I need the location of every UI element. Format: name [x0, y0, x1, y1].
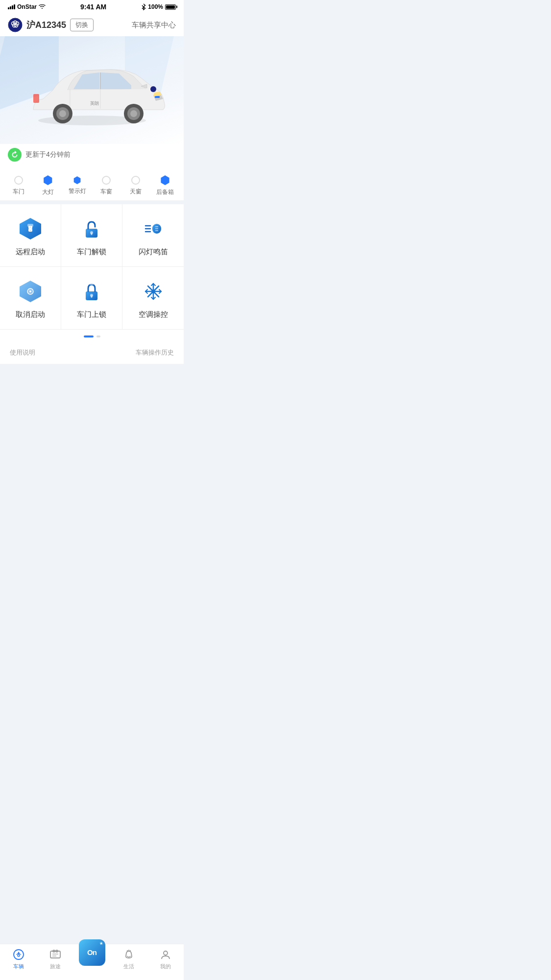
carrier-label: OnStar	[17, 3, 37, 10]
remote-start-label: 远程启动	[16, 247, 45, 257]
svg-rect-40	[91, 295, 93, 298]
update-text: 更新于4分钟前	[25, 150, 71, 159]
svg-point-37	[29, 290, 31, 292]
sunroof-indicator	[131, 176, 140, 185]
status-bar: OnStar 9:41 AM 100%	[0, 0, 184, 13]
svg-text:英朗: 英朗	[90, 101, 99, 106]
status-hazard[interactable]: 警示灯	[63, 176, 92, 195]
ac-control-cell[interactable]: 空调操控	[122, 267, 184, 329]
door-lock-icon	[79, 279, 104, 304]
cancel-start-cell[interactable]: 取消启动	[0, 267, 61, 329]
battery-icon	[165, 4, 176, 10]
svg-point-17	[130, 110, 137, 117]
svg-rect-10	[155, 96, 160, 98]
car-illustration: 英朗	[14, 41, 170, 129]
door-lock-label: 车门上锁	[77, 310, 106, 319]
door-label: 车门	[13, 188, 24, 196]
status-left: OnStar	[8, 3, 46, 10]
footer-links: 使用说明 车辆操作历史	[0, 341, 184, 364]
status-time: 9:41 AM	[80, 3, 106, 11]
svg-rect-11	[33, 94, 39, 103]
car-image: 英朗	[14, 41, 170, 129]
grid-pagination	[0, 330, 184, 341]
cancel-start-icon	[18, 279, 43, 304]
trunk-label: 后备箱	[156, 188, 174, 196]
page-dot-1[interactable]	[84, 335, 94, 337]
manual-link[interactable]: 使用说明	[10, 348, 35, 357]
headlight-label: 大灯	[42, 188, 54, 196]
wifi-icon	[39, 4, 46, 10]
door-unlock-cell[interactable]: 车门解锁	[61, 204, 122, 267]
ac-control-icon	[141, 279, 166, 304]
status-door[interactable]: 车门	[4, 176, 33, 196]
section-divider-1	[0, 200, 184, 204]
flash-horn-label: 闪灯鸣笛	[139, 247, 168, 257]
history-link[interactable]: 车辆操作历史	[136, 348, 174, 357]
hazard-label: 警示灯	[69, 187, 86, 195]
status-right: 100%	[141, 3, 176, 10]
trunk-indicator	[160, 175, 170, 185]
svg-point-24	[29, 227, 32, 230]
door-unlock-label: 车门解锁	[77, 247, 106, 257]
share-center-link[interactable]: 车辆共享中心	[132, 21, 176, 30]
door-lock-cell[interactable]: 车门上锁	[61, 267, 122, 329]
svg-rect-22	[27, 224, 33, 227]
signal-bars	[8, 4, 15, 9]
door-unlock-icon	[79, 216, 104, 241]
buick-logo	[8, 18, 23, 32]
flash-horn-icon	[141, 216, 166, 241]
svg-point-18	[150, 86, 156, 92]
switch-button[interactable]: 切换	[70, 19, 94, 31]
window-label: 车窗	[100, 188, 112, 196]
svg-point-14	[59, 110, 66, 117]
page-dot-2[interactable]	[96, 335, 100, 337]
control-grid: 远程启动	[0, 204, 184, 330]
svg-rect-41	[90, 284, 94, 285]
ac-control-label: 空调操控	[139, 310, 168, 319]
status-trunk[interactable]: 后备箱	[150, 175, 180, 196]
status-sunroof[interactable]: 天窗	[121, 176, 150, 196]
hazard-indicator	[73, 176, 81, 184]
headlight-indicator	[43, 175, 53, 185]
refresh-icon[interactable]	[8, 148, 22, 162]
door-indicator	[14, 176, 23, 185]
remote-start-icon	[18, 216, 43, 241]
remote-start-cell[interactable]: 远程启动	[0, 204, 61, 267]
flash-horn-cell[interactable]: 闪灯鸣笛	[122, 204, 184, 267]
update-status: 更新于4分钟前	[0, 144, 184, 167]
battery-percent: 100%	[148, 3, 163, 10]
vehicle-status-icons: 车门 大灯 警示灯 车窗 天窗 后备箱	[0, 167, 184, 200]
cancel-start-label: 取消启动	[16, 310, 45, 319]
status-headlight[interactable]: 大灯	[33, 175, 63, 196]
sunroof-label: 天窗	[130, 188, 142, 196]
app-header: 沪A12345 切换 车辆共享中心	[0, 13, 184, 36]
car-hero-section: 英朗	[0, 36, 184, 144]
window-indicator	[102, 176, 111, 185]
svg-point-0	[8, 18, 22, 32]
vehicle-selector: 沪A12345 切换	[8, 18, 94, 32]
bluetooth-icon	[141, 3, 146, 10]
plate-number: 沪A12345	[26, 19, 66, 31]
status-window[interactable]: 车窗	[92, 176, 121, 196]
svg-rect-27	[91, 233, 93, 235]
